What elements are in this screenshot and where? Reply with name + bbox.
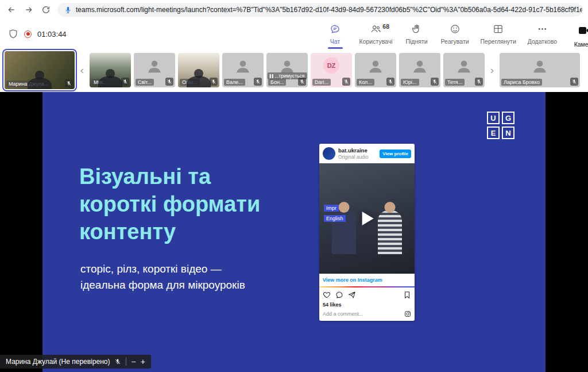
participant-tile[interactable]: Мик... <box>90 53 131 87</box>
chat-icon <box>330 24 341 37</box>
divider <box>126 358 126 366</box>
participant-tile[interactable]: Марина Джула... <box>5 51 75 89</box>
mic-muted-icon <box>298 78 306 86</box>
meeting-timer: 01:03:44 <box>37 30 67 39</box>
person-figure <box>378 210 402 254</box>
active-tab-underline <box>328 47 343 49</box>
toolbar-more-button[interactable]: Додатково <box>528 24 557 45</box>
strip-scroll-left-button[interactable]: ‹ <box>78 57 87 83</box>
video-caption: English <box>324 215 346 222</box>
mic-muted-icon <box>431 78 439 86</box>
more-dots-icon <box>537 24 548 37</box>
instagram-username: bat.ukraine <box>338 147 368 154</box>
toolbar-chat-button[interactable]: Чат <box>323 24 348 45</box>
meeting-toolbar: Чат 68 Користувачі Підняти Реагувати <box>323 20 588 48</box>
add-comment-text: Add a comment... <box>323 311 363 317</box>
participant-tile[interactable]: Ольг... <box>178 53 219 87</box>
pause-icon <box>270 74 273 78</box>
mic-muted-icon <box>475 78 483 86</box>
participant-tile[interactable]: Тетя... <box>443 53 485 87</box>
presenter-name: Марина Джулай (Не перевірено) <box>6 358 110 366</box>
participant-count: 68 <box>382 23 389 30</box>
recording-icon <box>24 30 32 38</box>
initials-avatar: DZ <box>323 57 339 74</box>
smiley-icon <box>450 24 461 37</box>
slide-subtitle: сторіс, рілз, короткі відео — ідеальна ф… <box>80 261 245 293</box>
strip-scroll-right-button[interactable]: › <box>488 57 497 83</box>
presenter-name-bar: Марина Джулай (Не перевірено) − + <box>0 355 151 369</box>
like-icon <box>323 291 331 299</box>
toolbar-react-button[interactable]: Реагувати <box>441 24 469 45</box>
mic-muted-icon <box>210 78 218 86</box>
mic-muted-icon <box>342 78 350 86</box>
participant-tile[interactable]: Світ... <box>134 53 175 87</box>
raise-hand-icon <box>411 24 422 37</box>
video-caption: Impr <box>324 205 339 212</box>
participant-tile[interactable]: DZ Dari... <box>311 53 352 87</box>
instagram-icon <box>404 310 411 317</box>
play-icon <box>362 212 374 225</box>
comment-icon <box>335 291 343 299</box>
avatar-icon <box>146 57 163 77</box>
meeting-header: 01:03:44 Чат 68 Користувачі Підняти <box>0 20 588 48</box>
likes-count: 54 likes <box>319 301 415 309</box>
toolbar-view-button[interactable]: Переглянути <box>481 24 516 45</box>
participant-strip: Марина Джула... ‹ Мик... Світ... Ольг...… <box>0 48 588 92</box>
avatar-icon <box>367 57 384 77</box>
people-icon: 68 <box>370 24 381 37</box>
shield-icon <box>8 29 18 39</box>
participant-tile-on-hold[interactable]: ...тримується Бон... <box>266 53 308 87</box>
browser-toolbar: teams.microsoft.com/light-meetings/launc… <box>0 0 588 20</box>
presenter-mic-icon <box>114 358 121 365</box>
camera-icon <box>578 24 588 40</box>
instagram-video: Impr English <box>319 163 415 274</box>
slide-title: Візуальні та короткі формати контенту <box>79 163 260 246</box>
zoom-in-button[interactable]: + <box>141 358 145 366</box>
view-profile-button: View profile <box>380 149 411 158</box>
instagram-avatar <box>323 147 335 160</box>
back-icon[interactable] <box>6 4 17 16</box>
toolbar-people-button[interactable]: 68 Користувачі <box>359 24 393 45</box>
toolbar-camera-button[interactable]: Камера <box>572 24 588 48</box>
ugen-logo: U G E N <box>487 112 514 139</box>
instagram-audio-label: Original audio <box>338 154 368 160</box>
participant-tile[interactable]: Юрі... <box>399 53 440 87</box>
view-grid-icon <box>493 24 504 37</box>
toolbar-raise-hand-button[interactable]: Підняти <box>404 24 430 45</box>
address-bar[interactable]: teams.microsoft.com/light-meetings/launc… <box>57 3 582 17</box>
participant-tile[interactable]: Лариса Бровко <box>500 53 580 87</box>
participant-tile[interactable]: Вале... <box>222 53 264 87</box>
screen-share-stage: U G E N Візуальні та короткі формати кон… <box>0 92 588 372</box>
participant-tile[interactable]: Кол... <box>355 53 396 87</box>
instagram-embed-card: bat.ukraine Original audio View profile … <box>319 144 415 321</box>
mic-muted-icon <box>165 78 173 86</box>
mic-muted-icon <box>65 79 73 87</box>
presentation-slide: U G E N Візуальні та короткі формати кон… <box>42 92 546 372</box>
avatar-icon <box>411 57 428 77</box>
avatar-icon <box>234 57 252 77</box>
bookmark-icon <box>403 291 411 299</box>
mic-muted-icon <box>254 78 262 86</box>
forward-icon[interactable] <box>23 4 34 16</box>
mic-muted-icon <box>570 78 578 86</box>
mic-muted-icon <box>386 78 394 86</box>
avatar-icon <box>531 57 548 77</box>
avatar-icon <box>455 57 473 77</box>
view-more-link: View more on Instagram <box>319 274 415 286</box>
mic-permission-icon[interactable] <box>64 6 72 14</box>
url-text: teams.microsoft.com/light-meetings/launc… <box>76 6 582 14</box>
refresh-icon[interactable] <box>40 4 52 16</box>
share-icon <box>348 291 356 299</box>
zoom-out-button[interactable]: − <box>131 358 136 366</box>
mic-muted-icon <box>121 78 129 86</box>
